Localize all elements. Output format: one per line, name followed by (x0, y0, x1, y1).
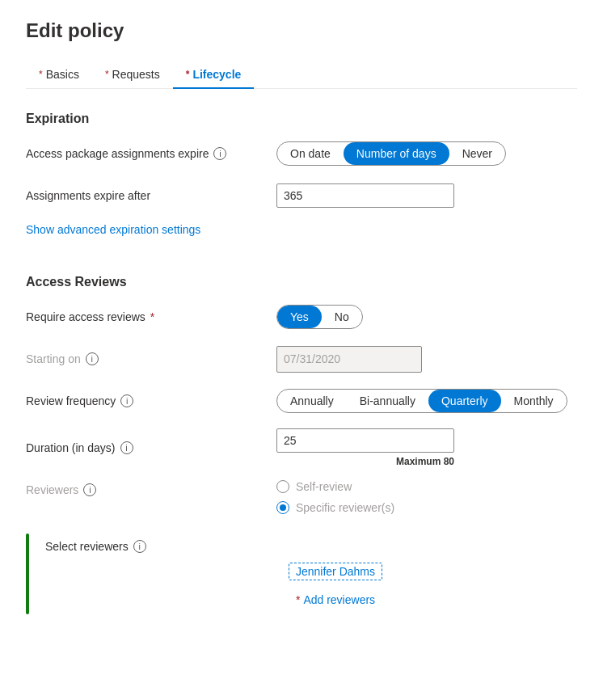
expire-toggle-control: On date Number of days Never (276, 141, 577, 166)
specific-reviewer-label: Specific reviewer(s) (296, 501, 394, 514)
expire-never-option[interactable]: Never (449, 142, 505, 165)
duration-wrapper: Maximum 80 (276, 428, 577, 467)
left-green-bar (26, 533, 29, 614)
freq-monthly-option[interactable]: Monthly (501, 390, 567, 412)
expire-on-date-option[interactable]: On date (277, 142, 344, 165)
self-review-option[interactable]: Self-review (276, 480, 577, 493)
specific-reviewer-option[interactable]: Specific reviewer(s) (276, 501, 577, 514)
expire-toggle-group: On date Number of days Never (276, 141, 506, 166)
date-input-wrapper: 📅 (276, 346, 422, 373)
basics-required-star: * (39, 69, 43, 80)
starting-on-control: 📅 (276, 346, 577, 373)
reviewers-label: Reviewers i (26, 480, 276, 496)
require-yes-option[interactable]: Yes (277, 306, 322, 328)
duration-info-icon[interactable]: i (120, 441, 133, 454)
expire-after-input[interactable] (276, 183, 454, 208)
page-container: Edit policy * Basics * Requests * Lifecy… (0, 0, 603, 634)
tabs-container: * Basics * Requests * Lifecycle (26, 61, 577, 89)
duration-control: Maximum 80 (276, 428, 577, 467)
reviewer-name-link[interactable]: Jennifer Dahms (289, 563, 382, 580)
review-frequency-label: Review frequency i (26, 394, 276, 407)
review-frequency-row: Review frequency i Annually Bi-annually … (26, 386, 577, 415)
expire-after-label: Assignments expire after (26, 189, 276, 202)
frequency-toggle-group: Annually Bi-annually Quarterly Monthly (276, 389, 567, 413)
add-reviewers-required-star: * (296, 593, 300, 606)
expire-label: Access package assignments expire i (26, 147, 276, 160)
starting-on-label: Starting on i (26, 352, 276, 365)
lifecycle-required-star: * (186, 69, 190, 80)
freq-annually-option[interactable]: Annually (277, 390, 347, 412)
tab-basics[interactable]: * Basics (26, 61, 92, 89)
reviewer-content: Select reviewers i Jennifer Dahms * Add … (45, 533, 577, 614)
select-reviewers-info-icon[interactable]: i (133, 540, 146, 553)
expiration-title: Expiration (26, 112, 577, 126)
duration-row: Duration (in days) i Maximum 80 (26, 428, 577, 467)
specific-reviewer-radio[interactable] (276, 501, 289, 514)
tab-requests[interactable]: * Requests (92, 61, 173, 89)
requests-required-star: * (105, 69, 109, 80)
starting-on-info-icon[interactable]: i (86, 352, 99, 365)
add-reviewers-link[interactable]: * Add reviewers (296, 593, 375, 606)
require-no-option[interactable]: No (322, 306, 362, 328)
starting-on-input[interactable] (277, 348, 422, 370)
reviewer-name-wrapper: Jennifer Dahms (94, 563, 577, 580)
access-reviews-section: Access Reviews Require access reviews * … (26, 275, 577, 514)
tab-lifecycle[interactable]: * Lifecycle (173, 61, 255, 89)
duration-label: Duration (in days) i (26, 441, 276, 454)
require-required-star: * (150, 310, 154, 323)
expire-after-control (276, 183, 577, 208)
select-reviewers-label-row: Select reviewers i (45, 540, 577, 553)
advanced-expiration-link[interactable]: Show advanced expiration settings (26, 223, 200, 236)
duration-max-label: Maximum 80 (276, 456, 454, 467)
freq-quarterly-option[interactable]: Quarterly (428, 390, 501, 412)
self-review-radio[interactable] (276, 480, 289, 493)
expire-info-icon[interactable]: i (213, 147, 226, 160)
reviewers-info-icon[interactable]: i (83, 483, 96, 496)
require-toggle-group: Yes No (276, 305, 363, 329)
require-reviews-control: Yes No (276, 305, 577, 329)
reviewers-control: Self-review Specific reviewer(s) (276, 480, 577, 514)
expire-number-of-days-option[interactable]: Number of days (344, 142, 449, 165)
frequency-info-icon[interactable]: i (120, 394, 133, 407)
expire-after-row: Assignments expire after (26, 181, 577, 210)
starting-on-row: Starting on i 📅 (26, 344, 577, 373)
frequency-control: Annually Bi-annually Quarterly Monthly (276, 389, 577, 413)
select-reviewers-label: Select reviewers (45, 540, 129, 553)
add-reviewers-wrapper: * Add reviewers (94, 587, 577, 606)
access-reviews-title: Access Reviews (26, 275, 577, 289)
require-reviews-row: Require access reviews * Yes No (26, 302, 577, 331)
duration-input[interactable] (276, 428, 454, 453)
add-reviewers-label: Add reviewers (303, 593, 375, 606)
freq-bi-annually-option[interactable]: Bi-annually (347, 390, 428, 412)
select-reviewers-section: Select reviewers i Jennifer Dahms * Add … (26, 533, 577, 614)
reviewers-radio-group: Self-review Specific reviewer(s) (276, 480, 577, 514)
reviewers-row: Reviewers i Self-review Specific reviewe… (26, 480, 577, 514)
expire-row: Access package assignments expire i On d… (26, 139, 577, 168)
self-review-label: Self-review (296, 480, 352, 493)
require-reviews-label: Require access reviews * (26, 310, 276, 323)
page-title: Edit policy (26, 19, 577, 42)
expiration-section: Expiration Access package assignments ex… (26, 112, 577, 255)
